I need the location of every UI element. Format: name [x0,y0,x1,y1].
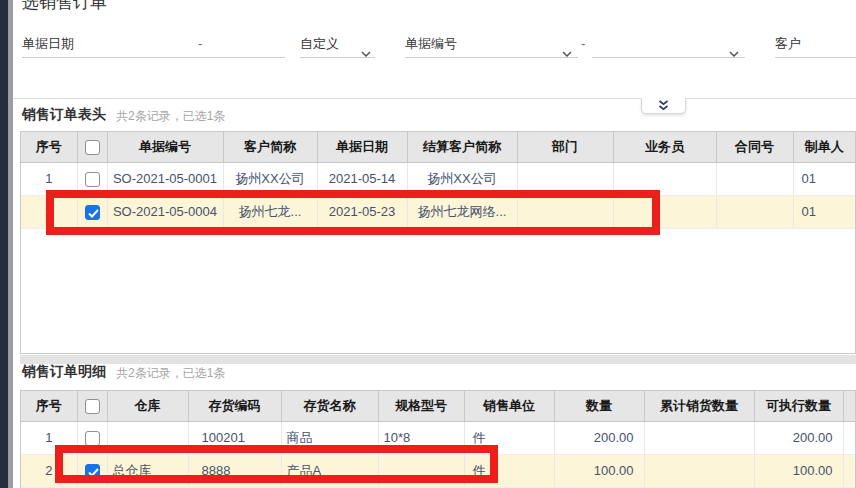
cell-contract [716,195,793,228]
header-section-title: 销售订单表头 [22,106,106,124]
cell-doc-no: SO-2021-05-0001 [107,162,223,195]
cell-salesman [613,162,716,195]
cell-settle-customer: 扬州七龙网络... [407,195,517,228]
table-row-selected[interactable]: 2 总仓库 8888 产品A 件 100.00 100.00 [21,454,855,487]
cell-seq: 2 [21,195,77,228]
cell-cum-qty [644,421,754,454]
chevron-down-icon [562,41,572,65]
date-range-field[interactable]: 单据日期 - [22,32,285,58]
col-doc-no: 单据编号 [107,132,223,162]
cell-salesman [613,195,716,228]
cell-creator: 01 [793,162,855,195]
chevron-down-icon [729,41,739,65]
date-range-separator: - [198,32,202,56]
cell-creator: 01 [793,195,855,228]
cell-select [77,454,107,487]
horizontal-scrollbar[interactable] [20,355,856,364]
select-all-checkbox[interactable] [85,140,100,155]
cell-select [77,421,107,454]
cell-inv-code: 100201 [188,421,281,454]
col-settle-customer: 结算客户简称 [407,132,517,162]
cell-inv-name: 产品A [281,454,378,487]
header-row: 序号 单据编号 客户简称 单据日期 结算客户简称 部门 业务员 合同号 制单人 [21,132,855,162]
select-all-header [77,132,107,162]
cell-inv-code: 8888 [188,454,281,487]
date-preset-value: 自定义 [300,36,339,51]
col-inv-name: 存货名称 [281,391,378,421]
cell-warehouse [107,421,188,454]
doc-no-label: 单据编号 [405,36,457,51]
cell-dept [517,162,613,195]
cell-spec: 10*8 [378,421,464,454]
customer-label: 客户 [775,36,801,51]
row-checkbox[interactable] [85,205,100,220]
chevron-down-icon [361,41,371,65]
col-qty: 数量 [554,391,644,421]
date-preset-dropdown[interactable]: 自定义 [300,32,375,58]
cell-seq: 2 [21,454,77,487]
col-customer: 客户简称 [223,132,317,162]
col-inv-code: 存货编码 [188,391,281,421]
left-divider-strip [8,0,13,488]
cell-cum-qty [644,454,754,487]
header-row: 序号 仓库 存货编码 存货名称 规格型号 销售单位 数量 累计销货数量 可执行数… [21,391,855,421]
page-title: 选销售订单 [22,0,107,14]
col-seq: 序号 [21,132,77,162]
cell-warehouse: 总仓库 [107,454,188,487]
col-date: 单据日期 [317,132,407,162]
cell-select [77,195,107,228]
header-section-summary: 共2条记录，已选1条 [116,108,225,125]
doc-no-to-combo[interactable] [592,32,745,58]
doc-no-from-combo[interactable]: 单据编号 [405,32,578,58]
filter-divider [13,98,856,99]
col-unit: 销售单位 [464,391,554,421]
order-detail-table: 序号 仓库 存货编码 存货名称 规格型号 销售单位 数量 累计销货数量 可执行数… [20,390,856,488]
cell-seq: 1 [21,162,77,195]
cell-select [77,162,107,195]
cell-exec-qty: 100.00 [754,454,843,487]
left-nav-bar [0,0,8,488]
col-spec: 规格型号 [378,391,464,421]
doc-no-separator: - [581,32,585,56]
col-exec-qty: 可执行数量 [754,391,843,421]
cell-customer: 扬州七龙... [223,195,317,228]
collapse-filter-toggle[interactable] [641,98,686,114]
select-all-checkbox[interactable] [85,399,100,414]
table-row[interactable]: 1 SO-2021-05-0001 扬州XX公司 2021-05-14 扬州XX… [21,162,855,195]
customer-field[interactable]: 客户 [775,32,856,58]
table-row[interactable]: 1 100201 商品 10*8 件 200.00 200.00 [21,421,855,454]
cell-extra [843,421,855,454]
cell-seq: 1 [21,421,77,454]
cell-date: 2021-05-23 [317,195,407,228]
row-checkbox[interactable] [85,172,100,187]
col-extra [843,391,855,421]
select-all-header [77,391,107,421]
col-cum-qty: 累计销货数量 [644,391,754,421]
cell-unit: 件 [464,454,554,487]
row-checkbox[interactable] [85,431,100,446]
row-checkbox[interactable] [85,464,100,479]
cell-extra [843,454,855,487]
table-row-selected[interactable]: 2 SO-2021-05-0004 扬州七龙... 2021-05-23 扬州七… [21,195,855,228]
col-dept: 部门 [517,132,613,162]
col-salesman: 业务员 [613,132,716,162]
cell-dept [517,195,613,228]
cell-customer: 扬州XX公司 [223,162,317,195]
cell-unit: 件 [464,421,554,454]
order-header-table: 序号 单据编号 客户简称 单据日期 结算客户简称 部门 业务员 合同号 制单人 … [20,131,856,354]
cell-settle-customer: 扬州XX公司 [407,162,517,195]
col-contract: 合同号 [716,132,793,162]
cell-spec [378,454,464,487]
double-chevron-down-icon [657,97,670,115]
cell-doc-no: SO-2021-05-0004 [107,195,223,228]
col-creator: 制单人 [793,132,855,162]
cell-contract [716,162,793,195]
cell-date: 2021-05-14 [317,162,407,195]
col-seq: 序号 [21,391,77,421]
cell-exec-qty: 200.00 [754,421,843,454]
cell-inv-name: 商品 [281,421,378,454]
detail-section-summary: 共2条记录，已选1条 [116,365,225,382]
col-warehouse: 仓库 [107,391,188,421]
date-range-label: 单据日期 [22,36,74,51]
detail-section-title: 销售订单明细 [22,363,106,381]
